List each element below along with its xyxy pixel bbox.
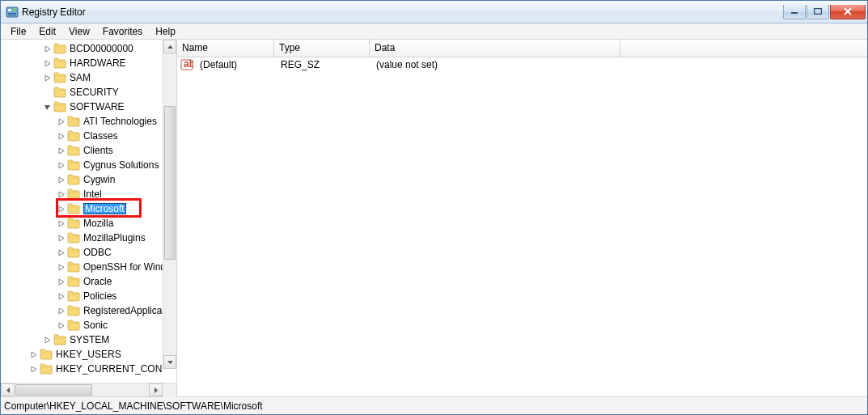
tree-item-label: SYSTEM (70, 334, 109, 345)
scroll-track-h[interactable] (15, 383, 149, 396)
expand-icon[interactable] (56, 248, 66, 257)
expand-icon[interactable] (56, 306, 66, 315)
tree-item[interactable]: MozillaPlugins (1, 231, 163, 245)
collapse-icon[interactable] (42, 102, 52, 112)
expand-icon[interactable] (28, 364, 38, 374)
tree-item[interactable]: OpenSSH for Windows (1, 260, 163, 274)
value-row[interactable]: ab(Default)REG_SZ(value not set) (177, 57, 867, 72)
tree-item[interactable]: BCD00000000 (1, 41, 163, 56)
tree-item[interactable]: RegisteredApplications (1, 303, 163, 318)
list-header: Name Type Data (177, 40, 867, 57)
expand-icon[interactable] (56, 291, 66, 301)
column-header-name[interactable]: Name (177, 40, 274, 57)
tree-item[interactable]: SOFTWARE (1, 100, 163, 114)
menu-file[interactable]: File (4, 24, 32, 39)
expand-icon[interactable] (56, 277, 66, 286)
tree-item-label: SOFTWARE (70, 101, 125, 112)
expand-icon[interactable] (56, 320, 66, 330)
close-button[interactable] (830, 5, 866, 19)
values-list[interactable]: ab(Default)REG_SZ(value not set) (177, 57, 867, 396)
tree-item[interactable]: Mozilla (1, 216, 163, 231)
tree-item-label: HARDWARE (70, 57, 126, 69)
tree-item-label: Sonic (83, 320, 108, 331)
tree-item-label: Intel (83, 188, 102, 200)
registry-icon (6, 6, 19, 19)
menu-edit[interactable]: Edit (32, 24, 62, 39)
value-data: (value not set) (371, 59, 622, 70)
tree-item[interactable]: HARDWARE (1, 56, 163, 70)
tree-item[interactable]: Classes (1, 129, 163, 143)
tree-item[interactable]: HKEY_CURRENT_CONFIG (1, 362, 163, 376)
column-header-data[interactable]: Data (370, 40, 620, 57)
scroll-grip (163, 383, 176, 397)
title-bar[interactable]: Registry Editor (1, 1, 867, 23)
tree-item[interactable]: Cygnus Solutions (1, 158, 163, 172)
tree-vertical-scrollbar[interactable] (163, 40, 176, 369)
tree-item-label: SAM (70, 72, 91, 83)
tree-item-label: Policies (83, 290, 116, 302)
tree-panel: BCD00000000HARDWARESAMSECURITYSOFTWAREAT… (1, 40, 177, 396)
svg-rect-0 (6, 7, 18, 17)
tree-item[interactable]: SAM (1, 70, 163, 85)
tree-item[interactable]: ODBC (1, 245, 163, 260)
value-type: REG_SZ (276, 59, 371, 70)
scroll-down-button[interactable] (163, 355, 176, 369)
expand-icon[interactable] (42, 87, 52, 97)
tree-item[interactable]: Sonic (1, 318, 163, 332)
tree-item[interactable]: SECURITY (1, 85, 163, 100)
column-header-type[interactable]: Type (274, 40, 370, 57)
scroll-track[interactable] (163, 53, 176, 355)
column-header-empty[interactable] (620, 40, 867, 57)
tree-item[interactable]: Clients (1, 143, 163, 158)
expand-icon[interactable] (28, 349, 38, 359)
scroll-right-button[interactable] (149, 383, 163, 396)
tree-item-label: OpenSSH for Windows (83, 261, 163, 273)
scroll-left-button[interactable] (1, 383, 15, 396)
tree-item-label: Mozilla (83, 218, 113, 229)
expand-icon[interactable] (42, 73, 52, 83)
tree-item[interactable]: HKEY_USERS (1, 347, 163, 362)
expand-icon[interactable] (56, 116, 66, 126)
tree-item[interactable]: Oracle (1, 274, 163, 289)
tree-item[interactable]: Cygwin (1, 172, 163, 187)
expand-icon[interactable] (56, 131, 66, 141)
tree-item-label: RegisteredApplications (83, 305, 163, 316)
expand-icon[interactable] (56, 175, 66, 184)
menu-help[interactable]: Help (149, 24, 182, 39)
expand-icon[interactable] (56, 146, 66, 155)
expand-icon[interactable] (56, 218, 66, 228)
scroll-thumb-h[interactable] (15, 384, 92, 396)
tree-item-label: BCD00000000 (70, 43, 133, 54)
tree-item-label: MozillaPlugins (83, 232, 146, 243)
scroll-up-button[interactable] (163, 40, 176, 53)
expand-icon[interactable] (42, 335, 52, 345)
tree-item[interactable]: Intel (1, 187, 163, 201)
tree-item-label: Clients (83, 145, 113, 156)
expand-icon[interactable] (56, 160, 66, 170)
menu-view[interactable]: View (62, 24, 96, 39)
expand-icon[interactable] (42, 58, 52, 68)
menu-favorites[interactable]: Favorites (96, 24, 149, 39)
tree-item-label: ATI Technologies (83, 116, 157, 127)
tree-item[interactable]: Policies (1, 289, 163, 303)
svg-point-4 (13, 8, 16, 11)
scroll-thumb[interactable] (164, 106, 176, 260)
maximize-button[interactable] (807, 5, 829, 19)
minimize-button[interactable] (783, 5, 806, 19)
expand-icon[interactable] (56, 189, 66, 199)
main-area: BCD00000000HARDWARESAMSECURITYSOFTWAREAT… (1, 40, 867, 396)
tree-item[interactable]: Microsoft (1, 201, 163, 216)
status-bar: Computer\HKEY_LOCAL_MACHINE\SOFTWARE\Mic… (1, 396, 867, 414)
tree-item[interactable]: ATI Technologies (1, 114, 163, 129)
tree-horizontal-scrollbar[interactable] (1, 383, 176, 396)
expand-icon[interactable] (56, 204, 66, 214)
tree-item-label: ODBC (83, 247, 112, 258)
tree-item-label: SECURITY (70, 87, 119, 98)
svg-rect-2 (8, 13, 16, 14)
expand-icon[interactable] (56, 233, 66, 243)
expand-icon[interactable] (42, 44, 52, 53)
expand-icon[interactable] (56, 262, 66, 272)
registry-tree[interactable]: BCD00000000HARDWARESAMSECURITYSOFTWAREAT… (1, 40, 163, 383)
tree-item-label: HKEY_CURRENT_CONFIG (56, 363, 163, 375)
tree-item[interactable]: SYSTEM (1, 332, 163, 347)
